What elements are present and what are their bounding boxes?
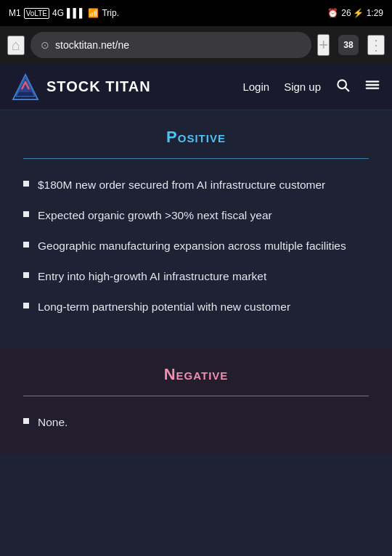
svg-marker-2 <box>19 79 32 92</box>
browser-actions: + 38 ⋮ <box>317 34 385 56</box>
clock: 1:29 <box>367 8 383 18</box>
browser-bar: ⌂ ⊙ stocktitan.net/ne + 38 ⋮ <box>0 26 392 64</box>
hamburger-icon <box>364 77 380 93</box>
browser-menu-button[interactable]: ⋮ <box>367 35 385 55</box>
charging-icon: ⚡ <box>353 8 364 18</box>
svg-line-4 <box>346 88 349 91</box>
alarm-icon: ⏰ <box>327 8 338 18</box>
login-link[interactable]: Login <box>242 81 269 93</box>
battery-indicator: 26 ⚡ <box>341 8 363 18</box>
positive-section: Positive $180M new order secured from AI… <box>0 110 392 339</box>
list-item: Entry into high-growth AI infrastructure… <box>23 268 369 285</box>
list-item: Expected organic growth >30% next fiscal… <box>23 207 369 224</box>
url-security-icon: ⊙ <box>41 39 49 51</box>
volte-badge: VoLTE <box>24 8 49 19</box>
battery-level: 26 <box>341 8 351 18</box>
wifi-icon: 📶 <box>88 8 99 18</box>
bullet-text: Long-term partnership potential with new… <box>38 298 290 316</box>
bullet-square <box>23 418 29 424</box>
negative-section-title: Negative <box>23 365 369 384</box>
bullet-square <box>23 181 29 187</box>
negative-section: Negative None. <box>0 348 392 454</box>
negative-bullet-list: None. <box>23 414 369 431</box>
list-item: Long-term partnership potential with new… <box>23 298 369 316</box>
search-icon <box>335 78 350 92</box>
trip-label: Trip. <box>102 8 119 18</box>
bullet-text: Entry into high-growth AI infrastructure… <box>38 268 266 285</box>
signup-link[interactable]: Sign up <box>284 81 321 93</box>
hamburger-menu-button[interactable] <box>364 77 380 97</box>
nav-bar: STOCK TITAN Login Sign up <box>0 64 392 110</box>
negative-divider <box>23 396 369 396</box>
url-text: stocktitan.net/ne <box>55 39 301 51</box>
signal-icon: ▌▌▌ <box>67 8 86 18</box>
bullet-text: None. <box>38 414 68 431</box>
bullet-text: Geographic manufacturing expansion acros… <box>38 237 346 255</box>
positive-divider <box>23 158 369 159</box>
bullet-square <box>23 303 29 308</box>
status-left: M1 VoLTE 4G ▌▌▌ 📶 Trip. <box>9 8 119 19</box>
positive-section-title: Positive <box>23 128 369 147</box>
list-item: None. <box>23 414 369 431</box>
list-item: Geographic manufacturing expansion acros… <box>23 237 369 255</box>
main-content: Positive $180M new order secured from AI… <box>0 110 392 556</box>
nav-logo-text: STOCK TITAN <box>46 78 151 95</box>
home-button[interactable]: ⌂ <box>7 36 25 55</box>
bullet-square <box>23 272 29 278</box>
status-right: ⏰ 26 ⚡ 1:29 <box>327 8 383 18</box>
tabs-count-button[interactable]: 38 <box>338 35 359 55</box>
positive-bullet-list: $180M new order secured from AI infrastr… <box>23 176 369 316</box>
bullet-square <box>23 242 29 248</box>
nav-actions: Login Sign up <box>242 77 380 97</box>
nav-logo: STOCK TITAN <box>12 73 242 101</box>
new-tab-button[interactable]: + <box>317 34 330 56</box>
bullet-square <box>23 211 29 217</box>
carrier-label: M1 <box>9 8 21 18</box>
bullet-text: Expected organic growth >30% next fiscal… <box>38 207 272 224</box>
search-button[interactable] <box>335 78 350 96</box>
network-type: 4G <box>52 8 64 18</box>
status-bar: M1 VoLTE 4G ▌▌▌ 📶 Trip. ⏰ 26 ⚡ 1:29 <box>0 0 392 26</box>
logo-icon <box>12 73 39 101</box>
url-bar[interactable]: ⊙ stocktitan.net/ne <box>30 32 311 58</box>
bullet-text: $180M new order secured from AI infrastr… <box>38 176 325 194</box>
list-item: $180M new order secured from AI infrastr… <box>23 176 369 194</box>
